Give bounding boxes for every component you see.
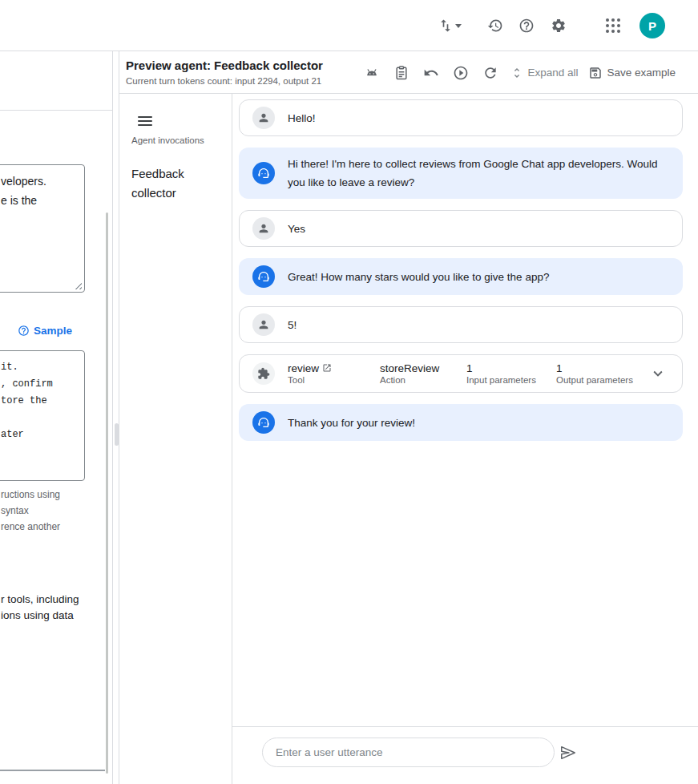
user-avatar-icon bbox=[252, 313, 275, 336]
person-icon bbox=[257, 318, 270, 331]
person-icon bbox=[257, 222, 270, 235]
message-text: 5! bbox=[288, 316, 297, 334]
refresh-icon bbox=[482, 65, 498, 81]
save-example-button[interactable]: Save example bbox=[588, 66, 676, 80]
debug-android-button[interactable] bbox=[362, 63, 381, 83]
user-message: Yes bbox=[239, 210, 683, 247]
help-icon bbox=[518, 18, 535, 34]
output-label: Output parameters bbox=[556, 375, 633, 385]
action-label: Action bbox=[380, 375, 454, 385]
agent-message: Thank you for your review! bbox=[239, 404, 683, 441]
unfold-more-icon bbox=[510, 67, 523, 79]
instructions-text: it. , confirm tore the ater bbox=[1, 359, 53, 443]
left-panel-scrollbar[interactable] bbox=[106, 212, 108, 774]
expand-all-button[interactable]: Expand all bbox=[510, 67, 578, 79]
description-text: r tools, including ions using data bbox=[1, 592, 79, 624]
swap-vert-icon bbox=[438, 18, 454, 34]
send-button[interactable] bbox=[556, 741, 580, 765]
expand-all-label: Expand all bbox=[527, 67, 578, 79]
message-text: Hello! bbox=[288, 109, 316, 127]
token-count-text: Current turn tokens count: input 2294, o… bbox=[126, 76, 321, 86]
user-avatar-icon bbox=[252, 217, 275, 240]
user-avatar-icon bbox=[252, 107, 275, 129]
section-divider bbox=[0, 110, 113, 111]
helper-text: ructions using syntax rence another bbox=[1, 487, 60, 535]
send-icon bbox=[559, 744, 577, 762]
agent-avatar-icon bbox=[252, 411, 275, 434]
settings-button[interactable] bbox=[546, 13, 571, 38]
agent-message: Hi there! I'm here to collect reviews fr… bbox=[239, 148, 683, 199]
agent-avatar-icon bbox=[252, 162, 275, 184]
footer-divider bbox=[232, 726, 698, 727]
invocation-item-feedback-collector[interactable]: Feedback collector bbox=[131, 164, 212, 203]
restart-button[interactable] bbox=[481, 63, 500, 83]
apps-grid-button[interactable] bbox=[600, 13, 626, 38]
user-message: Hello! bbox=[239, 99, 683, 136]
headset-icon bbox=[257, 167, 270, 180]
sort-order-button[interactable] bbox=[434, 13, 465, 38]
undo-icon bbox=[423, 65, 439, 81]
input-count: 1 bbox=[466, 362, 543, 374]
preview-drawer: Preview agent: Feedback collector Curren… bbox=[119, 51, 698, 784]
run-button[interactable] bbox=[451, 63, 470, 83]
message-text: Thank you for your review! bbox=[288, 414, 415, 432]
caret-down-icon bbox=[455, 24, 462, 28]
output-count: 1 bbox=[556, 362, 633, 374]
play-circle-icon bbox=[453, 65, 469, 81]
undo-button[interactable] bbox=[422, 63, 441, 83]
tool-input-column: 1 Input parameters bbox=[466, 362, 543, 385]
sample-link-label: Sample bbox=[34, 325, 72, 337]
screen: P velopers. e is the Sample it. , confir… bbox=[0, 0, 698, 784]
invocations-label: Agent invocations bbox=[131, 135, 204, 145]
history-icon bbox=[487, 18, 503, 34]
save-icon bbox=[588, 66, 603, 80]
preview-header: Preview agent: Feedback collector Curren… bbox=[119, 51, 698, 94]
apps-grid-icon bbox=[606, 18, 620, 33]
action-name: storeReview bbox=[380, 362, 454, 374]
utterance-input[interactable] bbox=[262, 738, 555, 767]
input-label: Input parameters bbox=[466, 375, 543, 385]
account-avatar[interactable]: P bbox=[639, 13, 665, 38]
menu-icon bbox=[138, 114, 152, 128]
goal-textarea-text: velopers. e is the bbox=[1, 172, 46, 210]
section-divider bbox=[0, 770, 105, 771]
topbar: P bbox=[0, 0, 698, 51]
tool-avatar-icon bbox=[252, 362, 275, 385]
tool-action-column: storeReview Action bbox=[380, 362, 454, 385]
help-icon bbox=[18, 325, 30, 337]
help-button[interactable] bbox=[514, 13, 539, 38]
user-message: 5! bbox=[239, 306, 683, 343]
preview-title: Preview agent: Feedback collector bbox=[126, 59, 323, 72]
agent-config-panel: velopers. e is the Sample it. , confirm … bbox=[0, 51, 113, 784]
message-text: Hi there! I'm here to collect reviews fr… bbox=[288, 155, 669, 192]
headset-icon bbox=[257, 270, 270, 283]
tool-invocation-row[interactable]: review Tool storeReview Action 1 Inp bbox=[239, 354, 683, 393]
message-text: Great! How many stars would you like to … bbox=[288, 268, 549, 286]
open-in-new-icon[interactable] bbox=[322, 363, 332, 373]
sample-link[interactable]: Sample bbox=[18, 325, 72, 337]
transcript-button[interactable] bbox=[392, 63, 411, 83]
tool-name-column: review Tool bbox=[288, 362, 367, 385]
menu-button[interactable] bbox=[134, 110, 156, 132]
message-text: Yes bbox=[288, 220, 305, 238]
person-icon bbox=[257, 111, 270, 124]
resize-grip-icon[interactable] bbox=[74, 281, 82, 289]
history-button[interactable] bbox=[482, 13, 508, 38]
drawer-resize-handle[interactable] bbox=[115, 423, 119, 446]
invocations-sidebar: Agent invocations Feedback collector bbox=[119, 94, 232, 784]
agent-avatar-icon bbox=[252, 265, 275, 288]
headset-icon bbox=[257, 416, 270, 429]
expand-tool-button[interactable] bbox=[647, 362, 669, 385]
transcript-icon bbox=[393, 65, 410, 81]
tool-name-label: Tool bbox=[288, 375, 367, 385]
tool-output-column: 1 Output parameters bbox=[556, 362, 633, 385]
chevron-down-icon bbox=[649, 365, 667, 382]
tool-name: review bbox=[288, 362, 319, 374]
agent-message: Great! How many stars would you like to … bbox=[239, 258, 683, 295]
preview-header-actions: Expand all Save example bbox=[362, 51, 676, 94]
android-icon bbox=[364, 65, 380, 81]
save-example-label: Save example bbox=[607, 67, 676, 79]
chat-area: Hello! Hi there! I'm here to collect rev… bbox=[232, 94, 698, 784]
message-list: Hello! Hi there! I'm here to collect rev… bbox=[232, 94, 698, 441]
settings-icon bbox=[551, 18, 567, 34]
